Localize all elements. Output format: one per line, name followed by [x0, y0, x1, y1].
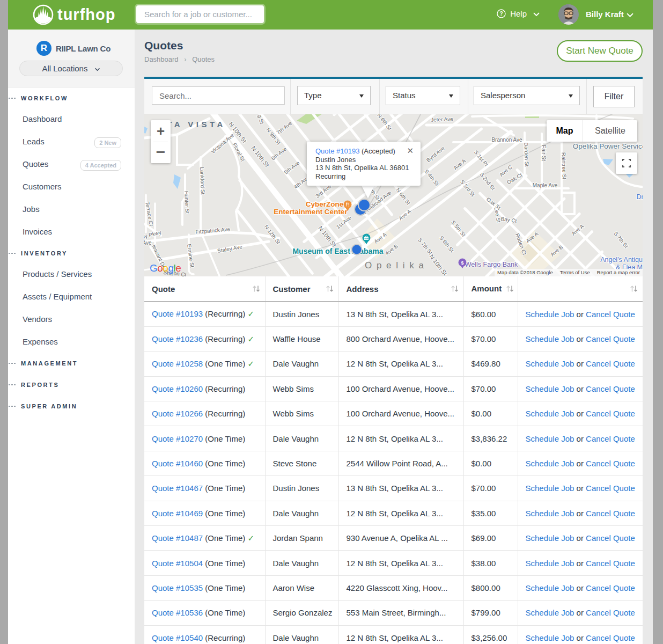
svg-text:Jeter Ave: Jeter Ave [431, 116, 453, 122]
svg-text:Ave: Ave [144, 240, 152, 246]
svg-text:Brannon Ave: Brannon Ave [491, 137, 522, 143]
svg-text:Museum of East Alabama: Museum of East Alabama [292, 247, 383, 255]
svg-text:?: ? [499, 11, 503, 17]
svg-text:Maple Ave: Maple Ave [533, 182, 558, 188]
svg-text:Angel's Antiqu: Angel's Antiqu [600, 256, 643, 264]
svg-text:Lankford St: Lankford St [199, 167, 206, 195]
svg-text:Entertainment Center: Entertainment Center [274, 208, 348, 216]
svg-text:Wells Fargo Bank: Wells Fargo Bank [465, 261, 518, 268]
svg-text:Dr: Dr [636, 193, 643, 201]
svg-text:Darden St: Darden St [523, 142, 530, 167]
svg-text:Fair St: Fair St [541, 145, 547, 161]
svg-text:TA VISTA: TA VISTA [167, 120, 226, 129]
svg-text:CyberZone: CyberZone [306, 200, 344, 208]
svg-text:Raintree St: Raintree St [561, 152, 568, 180]
svg-text:Opelika Power Service: Opelika Power Service [573, 142, 643, 150]
svg-text:O p e l i k a: O p e l i k a [365, 260, 425, 270]
svg-text:Hunter St: Hunter St [183, 191, 190, 214]
svg-text:$: $ [461, 260, 463, 266]
